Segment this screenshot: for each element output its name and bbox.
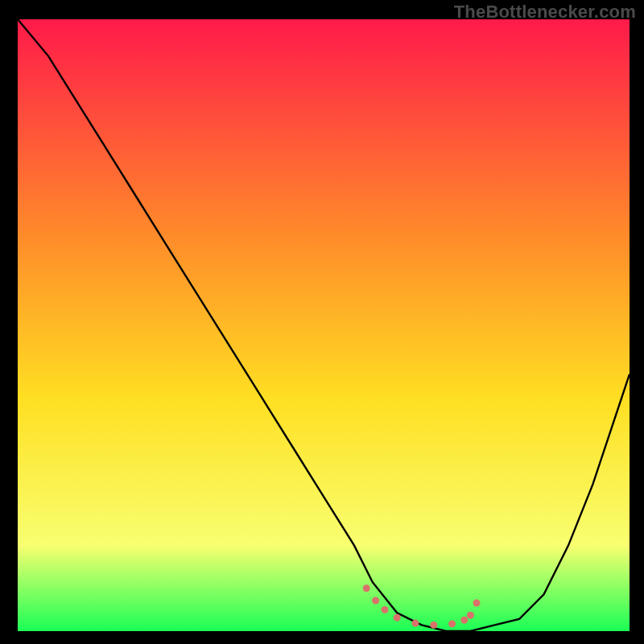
sweet-spot-dot bbox=[448, 620, 456, 627]
chart-frame: TheBottlenecker.com bbox=[0, 0, 644, 644]
sweet-spot-dot bbox=[382, 606, 389, 613]
bottleneck-chart bbox=[18, 19, 630, 631]
gradient-background bbox=[18, 19, 630, 631]
sweet-spot-dot bbox=[460, 617, 468, 624]
sweet-spot-dot bbox=[372, 597, 379, 605]
sweet-spot-dot bbox=[467, 612, 474, 619]
plot-area bbox=[18, 19, 630, 631]
sweet-spot-dot bbox=[473, 600, 481, 607]
sweet-spot-dot bbox=[430, 621, 437, 629]
sweet-spot-dot bbox=[394, 614, 401, 621]
sweet-spot-dot bbox=[363, 584, 370, 592]
sweet-spot-dot bbox=[412, 620, 419, 627]
